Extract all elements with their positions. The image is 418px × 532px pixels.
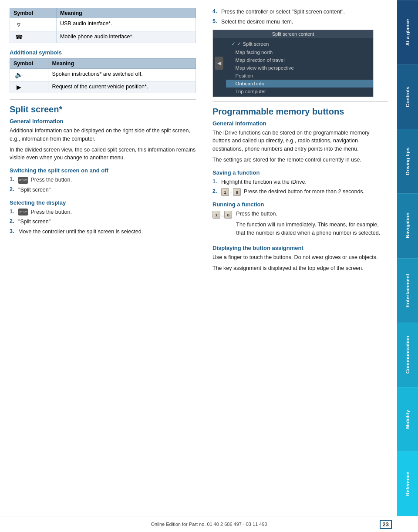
selecting-step-2: 2. "Split screen"	[10, 218, 196, 226]
split-screen-title: Split screen*	[10, 104, 196, 114]
displaying-text2: The key assignment is displayed at the t…	[212, 264, 388, 273]
sidebar-tab-navigation[interactable]: Navigation	[397, 193, 418, 258]
screenshot-item-perspective: Map view with perspective	[226, 64, 373, 72]
request-icon: ▶	[13, 84, 24, 91]
sidebar-tab-entertainment[interactable]: Entertainment	[397, 258, 418, 323]
symbol-cell: ▶	[10, 81, 48, 93]
sidebar-tab-reference[interactable]: Reference	[397, 451, 418, 516]
displaying-text1: Use a finger to touch the buttons. Do no…	[212, 253, 388, 262]
screenshot-item-position: Position	[226, 72, 373, 80]
col-symbol-1: Symbol	[10, 8, 57, 18]
table-row: ▿ USB audio interface*.	[10, 18, 196, 31]
screenshot: Split screen content ◀ ✓ Split screen Ma…	[212, 30, 374, 97]
page-number: 23	[380, 520, 392, 529]
table-row: ▶ Request of the current vehicle positio…	[10, 81, 196, 93]
page-number-box: 23	[380, 520, 392, 529]
col-symbol-2: Symbol	[10, 59, 48, 69]
main-content: Symbol Meaning ▿ USB audio interface*. ☎…	[0, 0, 397, 516]
meaning-cell: Request of the current vehicle position*…	[48, 81, 196, 93]
prog-mem-text2: The settings are stored for the remote c…	[212, 156, 388, 164]
saving-step-2: 2. 1 ... 8 Press the desired button for …	[212, 188, 388, 196]
saving-step-1: 1. Highlight the function via the iDrive…	[212, 178, 388, 186]
usb-icon: ▿	[13, 20, 24, 29]
memory-button-icon: 1 ... 8	[221, 188, 241, 196]
table-row: 🔈 Spoken instructions* are switched off.	[10, 69, 196, 81]
switching-step-1: 1. Press the button.	[10, 176, 196, 184]
section-divider-right	[212, 101, 388, 102]
symbol-cell: 🔈	[10, 69, 48, 81]
selecting-step-3: 3. Move the controller until the split s…	[10, 228, 196, 236]
sidebar-tab-controls[interactable]: Controls	[397, 64, 418, 129]
general-info-text2: In the divided screen view, the so-calle…	[10, 146, 196, 162]
option-button-icon-2	[18, 209, 28, 215]
symbol-table-2: Symbol Meaning 🔈 Spoken instructions* ar…	[10, 58, 196, 93]
spoken-icon: 🔈	[13, 71, 24, 79]
switching-label: Switching the split screen on and off	[10, 167, 196, 174]
footer-text: Online Edition for Part no. 01 40 2 606 …	[151, 522, 267, 527]
sidebar-tab-mobility[interactable]: Mobility	[397, 387, 418, 451]
footer: Online Edition for Part no. 01 40 2 606 …	[0, 516, 418, 532]
selecting-step-1: 1. Press the button.	[10, 208, 196, 216]
col-meaning-1: Meaning	[57, 8, 196, 18]
symbol-table-1: Symbol Meaning ▿ USB audio interface*. ☎…	[10, 8, 196, 43]
sidebar: At a glance Controls Driving tips Naviga…	[397, 0, 418, 516]
section-divider	[10, 99, 196, 100]
table-row: ☎ Mobile phone audio interface*.	[10, 31, 196, 43]
selecting-label: Selecting the display	[10, 199, 196, 206]
meaning-cell: Spoken instructions* are switched off.	[48, 69, 196, 81]
screenshot-item-direction: Map direction of travel	[226, 56, 373, 64]
general-info-label-right: General information	[212, 120, 388, 127]
screenshot-item-split: ✓ Split screen	[226, 40, 373, 48]
sidebar-tab-at-glance[interactable]: At a glance	[397, 0, 418, 64]
option-button-icon	[18, 177, 28, 184]
right-column: 4. Press the controller or select "Split…	[205, 0, 397, 516]
displaying-label: Displaying the button assignment	[212, 245, 388, 251]
left-column: Symbol Meaning ▿ USB audio interface*. ☎…	[0, 0, 205, 516]
screenshot-title: Split screen content	[213, 30, 373, 38]
screenshot-menu: ✓ Split screen Map facing north Map dire…	[213, 38, 373, 97]
running-mem-btn-icon: 1 ... 8	[212, 211, 232, 219]
screenshot-side-btn: ◀	[215, 57, 223, 70]
running-content: 1 ... 8 Press the button. The function w…	[212, 210, 388, 239]
symbol-cell: ▿	[10, 18, 57, 31]
symbol-cell: ☎	[10, 31, 57, 43]
general-info-label-left: General information	[10, 118, 196, 125]
general-info-text1: Additional information can be displayed …	[10, 127, 196, 143]
screenshot-item-onboard: Onboard info	[226, 80, 373, 88]
meaning-cell: Mobile phone audio interface*.	[57, 31, 196, 43]
step-5: 5. Select the desired menu item.	[212, 18, 388, 26]
prog-mem-title: Programmable memory buttons	[212, 106, 388, 117]
screenshot-item-north: Map facing north	[226, 48, 373, 56]
running-label: Running a function	[212, 201, 388, 208]
sidebar-tab-driving[interactable]: Driving tips	[397, 129, 418, 193]
switching-step-2: 2. "Split screen"	[10, 186, 196, 194]
running-text1: Press the button.	[236, 210, 388, 218]
saving-label: Saving a function	[212, 169, 388, 176]
running-text2: The function will run immediately. This …	[236, 221, 388, 237]
meaning-cell: USB audio interface*.	[57, 18, 196, 31]
additional-symbols-label: Additional symbols	[10, 49, 196, 56]
step-4: 4. Press the controller or select "Split…	[212, 8, 388, 16]
screenshot-item-trip: Trip computer	[226, 88, 373, 95]
col-meaning-2: Meaning	[48, 59, 196, 69]
phone-icon: ☎	[13, 34, 24, 40]
prog-mem-text1: The iDrive functions can be stored on th…	[212, 129, 388, 153]
sidebar-tab-communication[interactable]: Communication	[397, 323, 418, 387]
